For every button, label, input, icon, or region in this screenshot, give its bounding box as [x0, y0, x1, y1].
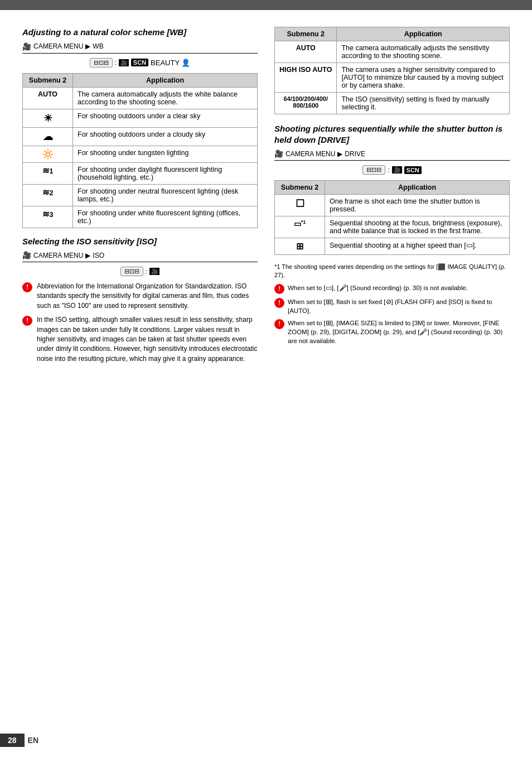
table-row: ≋2 For shooting under neutral fluorescen…	[23, 184, 258, 206]
table-row: HIGH ISO AUTO The camera uses a higher s…	[275, 63, 510, 93]
wb-row-desc-cloud: For shooting outdoors under a cloudy sky	[73, 127, 258, 146]
table-row: ⊞ Sequential shooting at a higher speed …	[275, 238, 510, 255]
drive-menu-arrow: ▶	[337, 150, 342, 158]
drive-menu-path: 🎥 CAMERA MENU ▶ DRIVE	[274, 150, 510, 161]
drive-note-text-3: When set to [⊞], [IMAGE SIZE] is limited…	[288, 319, 510, 345]
wb-section: Adjusting to a natural color scheme [WB]…	[22, 27, 258, 228]
wb-row-desc-fluor1: For shooting under daylight fluorescent …	[73, 162, 258, 184]
drive-controller-icon: ⊟⊡⊟	[362, 165, 385, 175]
table-row: ≋3 For shooting under white fluorescent …	[23, 206, 258, 228]
drive-row-seq-desc: Sequential shooting at the focus, bright…	[325, 216, 510, 238]
wb-row-symbol-cloud: ☁	[23, 127, 73, 146]
en-label: EN	[28, 736, 38, 745]
iso-section-title: Selecting the ISO sensitivity [ISO]	[22, 236, 258, 247]
wb-row-symbol-auto: AUTO	[23, 87, 73, 109]
iso-note-2: ! In the ISO setting, although smaller v…	[22, 315, 258, 364]
iso-note-icon-2: !	[22, 316, 32, 326]
iso-notes: ! Abbreviation for the International Org…	[22, 282, 258, 364]
iso-menu-camera-icon: 🎥	[22, 251, 31, 259]
wb-th-submenu: Submenu 2	[23, 73, 73, 87]
iso-th-submenu: Submenu 2	[275, 27, 337, 41]
iso-icon-line: ⊟⊡⊟ : 🎥	[22, 267, 258, 276]
wb-row-symbol-tungsten: 🔆	[23, 146, 73, 162]
iso-row-high-desc: The camera uses a higher sensitivity com…	[337, 63, 510, 93]
wb-table: Submenu 2 Application AUTO The camera au…	[22, 73, 258, 228]
wb-section-title: Adjusting to a natural color scheme [WB]	[22, 27, 258, 38]
drive-note-icon-1: !	[274, 284, 284, 294]
iso-note-text-2: In the ISO setting, although smaller val…	[37, 315, 258, 364]
drive-note-text-1: When set to [▭], [🎤] (Sound recording) (…	[288, 283, 468, 294]
wb-row-symbol-fluor1: ≋1	[23, 162, 73, 184]
drive-row-hi-symbol: ⊞	[275, 238, 325, 255]
iso-note-text-1: Abbreviation for the International Organ…	[37, 282, 258, 311]
drive-row-single-desc: One frame is shot each time the shutter …	[325, 195, 510, 216]
drive-footnote: *1 The shooting speed varies depending o…	[274, 263, 510, 280]
iso-colon: :	[146, 268, 147, 276]
iso-row-manual-desc: The ISO (sensitivity) setting is fixed b…	[337, 93, 510, 114]
drive-section: Shooting pictures sequentially while the…	[274, 123, 510, 345]
wb-row-desc-fluor2: For shooting under neutral fluorescent l…	[73, 184, 258, 206]
page-number: 28	[0, 734, 25, 747]
drive-camera-badge: 🎥	[392, 166, 402, 173]
wb-menu-arrow: ▶	[85, 42, 90, 50]
drive-th-submenu: Submenu 2	[275, 181, 325, 195]
wb-row-desc-sun: For shooting outdoors under a clear sky	[73, 109, 258, 127]
drive-scn-badge: SCN	[404, 166, 422, 174]
drive-icon-line: ⊟⊡⊟ : 🎥 SCN	[274, 165, 510, 175]
drive-note-icon-3: !	[274, 319, 284, 329]
drive-th-application: Application	[325, 181, 510, 195]
iso-row-auto-symbol: AUTO	[275, 41, 337, 63]
wb-row-symbol-fluor2: ≋2	[23, 184, 73, 206]
table-row: ☁ For shooting outdoors under a cloudy s…	[23, 127, 258, 146]
drive-menu-path-text: CAMERA MENU	[286, 150, 335, 158]
iso-menu-item: ISO	[93, 252, 104, 259]
wb-th-application: Application	[73, 73, 258, 87]
footnote-text: The shooting speed varies depending on t…	[274, 263, 506, 278]
iso-camera-badge: 🎥	[149, 268, 159, 275]
wb-menu-path: 🎥 CAMERA MENU ▶ WB	[22, 42, 258, 54]
iso-row-auto-desc: The camera automatically adjusts the sen…	[337, 41, 510, 63]
drive-note-3: ! When set to [⊞], [IMAGE SIZE] is limit…	[274, 319, 510, 345]
table-row: AUTO The camera automatically adjusts th…	[23, 87, 258, 109]
iso-table: Submenu 2 Application AUTO The camera au…	[274, 27, 510, 114]
table-row: ☐ One frame is shot each time the shutte…	[275, 195, 510, 216]
table-row: 64/100/200/400/800/1600 The ISO (sensiti…	[275, 93, 510, 114]
wb-colon: :	[115, 59, 117, 66]
drive-note-2: ! When set to [⊞], flash is set fixed [⊘…	[274, 297, 510, 315]
iso-menu-arrow: ▶	[85, 252, 90, 259]
iso-note-icon-1: !	[22, 282, 32, 292]
drive-note-text-2: When set to [⊞], flash is set fixed [⊘] …	[288, 297, 510, 315]
wb-row-desc-auto: The camera automatically adjusts the whi…	[73, 87, 258, 109]
wb-row-symbol-fluor3: ≋3	[23, 206, 73, 228]
drive-menu-item: DRIVE	[345, 150, 365, 158]
wb-menu-path-text: CAMERA MENU	[33, 42, 83, 50]
iso-menu-path-text: CAMERA MENU	[33, 252, 83, 259]
drive-colon: :	[388, 166, 389, 174]
left-column: Adjusting to a natural color scheme [WB]…	[22, 27, 258, 369]
drive-menu-camera-icon: 🎥	[274, 150, 283, 158]
drive-row-seq-symbol: ▭*1	[275, 216, 325, 238]
iso-row-high-symbol: HIGH ISO AUTO	[275, 63, 337, 93]
table-row: ≋1 For shooting under daylight fluoresce…	[23, 162, 258, 184]
drive-note-1: ! When set to [▭], [🎤] (Sound recording)…	[274, 283, 510, 294]
wb-row-symbol-sun: ☀	[23, 109, 73, 127]
iso-section: Selecting the ISO sensitivity [ISO] 🎥 CA…	[22, 236, 258, 364]
table-row: AUTO The camera automatically adjusts th…	[275, 41, 510, 63]
iso-menu-path: 🎥 CAMERA MENU ▶ ISO	[22, 251, 258, 262]
wb-icon-line: ⊟⊡⊟ : 🎥 SCN BEAUTY 👤	[22, 58, 258, 67]
wb-controller-icon: ⊟⊡⊟	[90, 58, 113, 67]
iso-note-1: ! Abbreviation for the International Org…	[22, 282, 258, 311]
iso-th-application: Application	[337, 27, 510, 41]
drive-section-title: Shooting pictures sequentially while the…	[274, 123, 510, 145]
main-content: Adjusting to a natural color scheme [WB]…	[0, 10, 532, 380]
iso-table-section: Submenu 2 Application AUTO The camera au…	[274, 27, 510, 114]
top-bar	[0, 0, 532, 10]
wb-scn-badge: SCN	[131, 59, 148, 66]
wb-menu-camera-icon: 🎥	[22, 42, 31, 51]
iso-row-manual-symbol: 64/100/200/400/800/1600	[275, 93, 337, 114]
table-row: ☀ For shooting outdoors under a clear sk…	[23, 109, 258, 127]
page-footer: 28 EN	[0, 734, 532, 747]
drive-notes: ! When set to [▭], [🎤] (Sound recording)…	[274, 283, 510, 345]
drive-table: Submenu 2 Application ☐ One frame is sho…	[274, 180, 510, 255]
wb-menu-item: WB	[93, 42, 103, 50]
